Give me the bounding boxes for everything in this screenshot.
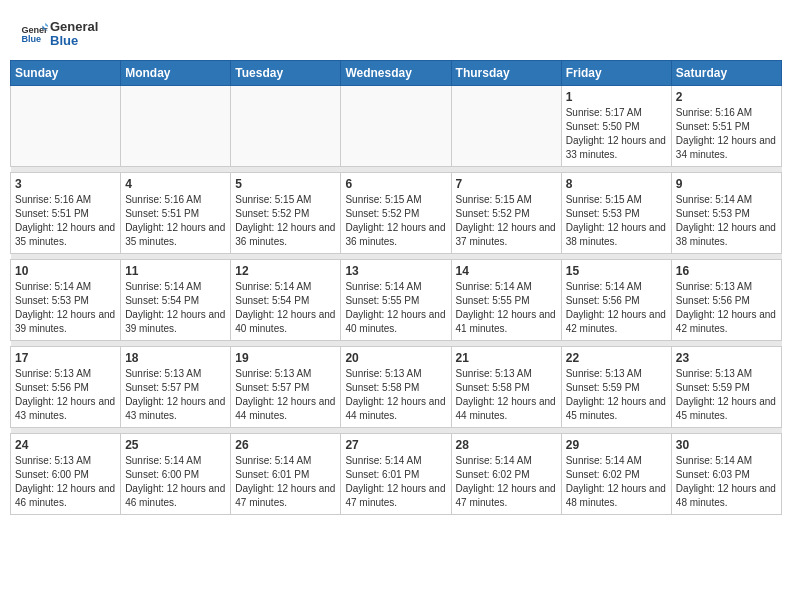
calendar-cell: 7Sunrise: 5:15 AMSunset: 5:52 PMDaylight… (451, 172, 561, 253)
day-number: 13 (345, 264, 446, 278)
day-info: Sunrise: 5:14 AMSunset: 5:54 PMDaylight:… (235, 280, 336, 336)
weekday-header-row: SundayMondayTuesdayWednesdayThursdayFrid… (11, 60, 782, 85)
calendar-cell: 11Sunrise: 5:14 AMSunset: 5:54 PMDayligh… (121, 259, 231, 340)
day-number: 3 (15, 177, 116, 191)
calendar-cell: 9Sunrise: 5:14 AMSunset: 5:53 PMDaylight… (671, 172, 781, 253)
calendar-cell (11, 85, 121, 166)
week-row-5: 24Sunrise: 5:13 AMSunset: 6:00 PMDayligh… (11, 433, 782, 514)
day-number: 25 (125, 438, 226, 452)
day-info: Sunrise: 5:14 AMSunset: 5:53 PMDaylight:… (676, 193, 777, 249)
day-number: 18 (125, 351, 226, 365)
calendar-cell: 24Sunrise: 5:13 AMSunset: 6:00 PMDayligh… (11, 433, 121, 514)
day-number: 16 (676, 264, 777, 278)
week-row-4: 17Sunrise: 5:13 AMSunset: 5:56 PMDayligh… (11, 346, 782, 427)
weekday-header-monday: Monday (121, 60, 231, 85)
day-number: 30 (676, 438, 777, 452)
calendar-cell: 30Sunrise: 5:14 AMSunset: 6:03 PMDayligh… (671, 433, 781, 514)
logo-text-general: General (50, 20, 98, 34)
calendar-cell: 22Sunrise: 5:13 AMSunset: 5:59 PMDayligh… (561, 346, 671, 427)
calendar-cell: 28Sunrise: 5:14 AMSunset: 6:02 PMDayligh… (451, 433, 561, 514)
week-row-2: 3Sunrise: 5:16 AMSunset: 5:51 PMDaylight… (11, 172, 782, 253)
week-row-1: 1Sunrise: 5:17 AMSunset: 5:50 PMDaylight… (11, 85, 782, 166)
day-info: Sunrise: 5:14 AMSunset: 5:55 PMDaylight:… (456, 280, 557, 336)
day-number: 20 (345, 351, 446, 365)
day-number: 24 (15, 438, 116, 452)
day-info: Sunrise: 5:13 AMSunset: 5:59 PMDaylight:… (566, 367, 667, 423)
calendar-cell: 20Sunrise: 5:13 AMSunset: 5:58 PMDayligh… (341, 346, 451, 427)
day-number: 26 (235, 438, 336, 452)
day-number: 29 (566, 438, 667, 452)
day-info: Sunrise: 5:14 AMSunset: 5:56 PMDaylight:… (566, 280, 667, 336)
day-info: Sunrise: 5:14 AMSunset: 6:03 PMDaylight:… (676, 454, 777, 510)
day-info: Sunrise: 5:13 AMSunset: 6:00 PMDaylight:… (15, 454, 116, 510)
day-number: 27 (345, 438, 446, 452)
day-number: 23 (676, 351, 777, 365)
calendar-cell: 14Sunrise: 5:14 AMSunset: 5:55 PMDayligh… (451, 259, 561, 340)
day-info: Sunrise: 5:15 AMSunset: 5:53 PMDaylight:… (566, 193, 667, 249)
weekday-header-thursday: Thursday (451, 60, 561, 85)
day-info: Sunrise: 5:16 AMSunset: 5:51 PMDaylight:… (676, 106, 777, 162)
calendar-cell: 10Sunrise: 5:14 AMSunset: 5:53 PMDayligh… (11, 259, 121, 340)
day-info: Sunrise: 5:15 AMSunset: 5:52 PMDaylight:… (345, 193, 446, 249)
calendar-cell: 16Sunrise: 5:13 AMSunset: 5:56 PMDayligh… (671, 259, 781, 340)
day-number: 15 (566, 264, 667, 278)
day-info: Sunrise: 5:14 AMSunset: 6:01 PMDaylight:… (345, 454, 446, 510)
day-info: Sunrise: 5:13 AMSunset: 5:56 PMDaylight:… (15, 367, 116, 423)
calendar-cell: 25Sunrise: 5:14 AMSunset: 6:00 PMDayligh… (121, 433, 231, 514)
day-info: Sunrise: 5:14 AMSunset: 5:54 PMDaylight:… (125, 280, 226, 336)
calendar-cell: 5Sunrise: 5:15 AMSunset: 5:52 PMDaylight… (231, 172, 341, 253)
calendar-cell: 15Sunrise: 5:14 AMSunset: 5:56 PMDayligh… (561, 259, 671, 340)
weekday-header-wednesday: Wednesday (341, 60, 451, 85)
weekday-header-friday: Friday (561, 60, 671, 85)
calendar-cell: 6Sunrise: 5:15 AMSunset: 5:52 PMDaylight… (341, 172, 451, 253)
day-info: Sunrise: 5:14 AMSunset: 6:01 PMDaylight:… (235, 454, 336, 510)
calendar-cell: 2Sunrise: 5:16 AMSunset: 5:51 PMDaylight… (671, 85, 781, 166)
calendar-cell (341, 85, 451, 166)
logo: General Blue General Blue (20, 20, 98, 49)
calendar-cell: 27Sunrise: 5:14 AMSunset: 6:01 PMDayligh… (341, 433, 451, 514)
day-info: Sunrise: 5:15 AMSunset: 5:52 PMDaylight:… (235, 193, 336, 249)
day-number: 10 (15, 264, 116, 278)
svg-text:General: General (21, 25, 48, 35)
calendar-cell: 4Sunrise: 5:16 AMSunset: 5:51 PMDaylight… (121, 172, 231, 253)
day-info: Sunrise: 5:14 AMSunset: 5:53 PMDaylight:… (15, 280, 116, 336)
calendar-cell: 17Sunrise: 5:13 AMSunset: 5:56 PMDayligh… (11, 346, 121, 427)
day-number: 7 (456, 177, 557, 191)
calendar-cell: 29Sunrise: 5:14 AMSunset: 6:02 PMDayligh… (561, 433, 671, 514)
day-number: 4 (125, 177, 226, 191)
day-number: 11 (125, 264, 226, 278)
day-number: 17 (15, 351, 116, 365)
calendar-table: SundayMondayTuesdayWednesdayThursdayFrid… (10, 60, 782, 515)
day-number: 28 (456, 438, 557, 452)
day-info: Sunrise: 5:16 AMSunset: 5:51 PMDaylight:… (125, 193, 226, 249)
calendar-cell (451, 85, 561, 166)
day-info: Sunrise: 5:13 AMSunset: 5:57 PMDaylight:… (125, 367, 226, 423)
day-number: 14 (456, 264, 557, 278)
day-number: 2 (676, 90, 777, 104)
day-number: 6 (345, 177, 446, 191)
page-header: General Blue General Blue (10, 10, 782, 54)
day-number: 22 (566, 351, 667, 365)
day-info: Sunrise: 5:13 AMSunset: 5:56 PMDaylight:… (676, 280, 777, 336)
calendar-cell: 18Sunrise: 5:13 AMSunset: 5:57 PMDayligh… (121, 346, 231, 427)
day-info: Sunrise: 5:14 AMSunset: 5:55 PMDaylight:… (345, 280, 446, 336)
day-number: 8 (566, 177, 667, 191)
day-number: 12 (235, 264, 336, 278)
weekday-header-saturday: Saturday (671, 60, 781, 85)
weekday-header-tuesday: Tuesday (231, 60, 341, 85)
calendar-cell: 19Sunrise: 5:13 AMSunset: 5:57 PMDayligh… (231, 346, 341, 427)
day-info: Sunrise: 5:17 AMSunset: 5:50 PMDaylight:… (566, 106, 667, 162)
day-info: Sunrise: 5:14 AMSunset: 6:00 PMDaylight:… (125, 454, 226, 510)
svg-text:Blue: Blue (21, 35, 41, 45)
day-info: Sunrise: 5:13 AMSunset: 5:57 PMDaylight:… (235, 367, 336, 423)
day-info: Sunrise: 5:13 AMSunset: 5:58 PMDaylight:… (345, 367, 446, 423)
calendar-cell: 1Sunrise: 5:17 AMSunset: 5:50 PMDaylight… (561, 85, 671, 166)
day-info: Sunrise: 5:14 AMSunset: 6:02 PMDaylight:… (456, 454, 557, 510)
calendar-cell: 23Sunrise: 5:13 AMSunset: 5:59 PMDayligh… (671, 346, 781, 427)
calendar-cell: 26Sunrise: 5:14 AMSunset: 6:01 PMDayligh… (231, 433, 341, 514)
day-number: 5 (235, 177, 336, 191)
day-number: 19 (235, 351, 336, 365)
calendar-cell: 3Sunrise: 5:16 AMSunset: 5:51 PMDaylight… (11, 172, 121, 253)
calendar-cell (121, 85, 231, 166)
day-info: Sunrise: 5:13 AMSunset: 5:58 PMDaylight:… (456, 367, 557, 423)
